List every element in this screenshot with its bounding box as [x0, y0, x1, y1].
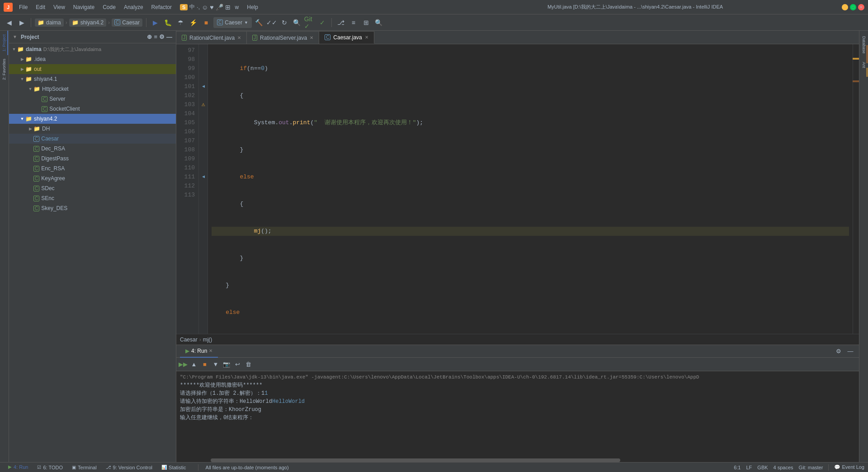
tree-item-idea[interactable]: ▶ 📁 .idea [9, 54, 176, 64]
tree-item-server[interactable]: ▶ C Server [9, 94, 176, 104]
menu-edit[interactable]: Edit [32, 2, 49, 12]
gutter-109 [199, 154, 208, 164]
vcs-bottom-tab[interactable]: ⎇ 9: Version Control [101, 461, 157, 472]
bottom-panel: ▶ 4: Run ✕ ⚙ — ▶▶ ▲ ■ ▼ 📷 ↩ 🗑 [176, 345, 859, 462]
toolbar-daima[interactable]: 📁daima [35, 19, 64, 27]
tree-item-out[interactable]: ▶ 📁 out [9, 64, 176, 74]
collapse-icon[interactable]: — [166, 33, 172, 40]
run-button[interactable]: ▶ [150, 17, 161, 28]
tab-rationalserver[interactable]: J RationalServer.java ✕ [247, 31, 319, 44]
forward-button[interactable]: ▶ [16, 17, 27, 28]
tree-item-caesar[interactable]: ▶ C Caesar [9, 134, 176, 144]
tree-item-keyagree[interactable]: ▶ C KeyAgree [9, 173, 176, 183]
tree-item-skeydes[interactable]: ▶ C Skey_DES [9, 203, 176, 213]
annotate-button[interactable]: ≡ [348, 17, 359, 28]
settings-icon[interactable]: ⚙ [159, 33, 165, 40]
tab-rationalclient[interactable]: J RationalClient.java ✕ [176, 31, 247, 44]
status-charset[interactable]: GBK [757, 465, 768, 470]
scope-icon[interactable]: ⊕ [147, 33, 152, 40]
menu-window[interactable]: w [231, 2, 243, 12]
tree-item-decrsa[interactable]: ▶ C Dec_RSA [9, 144, 176, 154]
status-lf[interactable]: LF [746, 465, 752, 470]
debug-button[interactable]: 🐛 [163, 17, 174, 28]
filter-icon[interactable]: ≡ [154, 33, 157, 40]
tree-item-httpsocket[interactable]: ▼ 📁 HttpSocket [9, 84, 176, 94]
wrap-btn[interactable]: ↩ [232, 360, 242, 369]
tree-item-socketclient[interactable]: ▶ C SocketClient [9, 104, 176, 114]
reload-button[interactable]: ↻ [279, 17, 290, 28]
menu-view[interactable]: View [50, 2, 69, 12]
git-check-button[interactable]: ✓ [317, 17, 328, 28]
code-content[interactable]: if(n==0) { System.out.print(" 谢谢使用本程序，欢迎… [208, 44, 853, 334]
settings-btn[interactable]: ⚙ [834, 346, 844, 356]
status-vcs[interactable]: Git: master [799, 465, 823, 470]
minimize-button[interactable]: － [842, 4, 848, 10]
menu-file[interactable]: File [15, 2, 31, 12]
gutter-112 [199, 182, 208, 191]
todo-bottom-tab[interactable]: ☑ 6: TODO [33, 461, 67, 472]
run-tab[interactable]: ▶ 4: Run ✕ [180, 345, 218, 358]
console-output[interactable]: "C:\Program Files\Java\jdk-13\bin\java.e… [176, 371, 859, 458]
breadcrumb-mj[interactable]: mj() [203, 336, 212, 343]
clear-btn[interactable]: 🗑 [243, 360, 253, 369]
status-right: 6:1 LF GBK 4 spaces Git: master 💬 Event … [734, 464, 864, 471]
tree-item-shiyan41[interactable]: ▼ 📁 shiyan4.1 [9, 74, 176, 84]
tab-close-rationalserver[interactable]: ✕ [310, 35, 313, 40]
favorites-tab[interactable]: 2: Favorites [1, 55, 8, 84]
tree-item-digestpass[interactable]: ▶ C DigestPass [9, 154, 176, 164]
menu-refactor[interactable]: Refactor [148, 2, 175, 12]
vcs-button[interactable]: ⎇ [335, 17, 346, 28]
maximize-button[interactable]: □ [850, 4, 856, 10]
tab-caesar[interactable]: C Caesar.java ✕ [319, 31, 374, 44]
tree-item-senc[interactable]: ▶ C SEnc [9, 193, 176, 203]
collapse-btn[interactable]: — [845, 346, 855, 356]
statistic-bottom-tab[interactable]: 📊 Statistic [157, 461, 191, 472]
stop-button[interactable]: ■ [201, 17, 212, 28]
git-ok-button[interactable]: Git ✓ [304, 17, 315, 28]
rerun-btn[interactable]: ▶▶ [178, 360, 188, 369]
menu-navigate[interactable]: Navigate [70, 2, 98, 12]
toolbar-caesar[interactable]: CCaesar [112, 19, 142, 27]
back-button[interactable]: ◀ [4, 17, 14, 28]
toolbar-sep-2 [146, 18, 146, 27]
tree-item-shiyan42[interactable]: ▼ 📁 shiyan4.2 [9, 114, 176, 124]
event-log[interactable]: 💬 Event Log [834, 464, 864, 470]
scroll-up-btn[interactable]: ▲ [189, 360, 199, 369]
status-indent[interactable]: 4 spaces [774, 465, 793, 470]
coverage-button[interactable]: ☂ [175, 17, 186, 28]
layout-button[interactable]: ⊞ [361, 17, 372, 28]
toolbar-shiyan[interactable]: 📁shiyan4.2 [69, 19, 106, 27]
code-line-104: } [212, 254, 849, 263]
run-tab-close[interactable]: ✕ [209, 348, 212, 353]
menu-help[interactable]: Help [243, 2, 262, 12]
build-button[interactable]: 🔨 [254, 17, 264, 28]
gutter-97 [199, 46, 208, 55]
menu-analyze[interactable]: Analyze [120, 2, 147, 12]
toolbar-sep-3 [331, 18, 332, 27]
profile-button[interactable]: ⚡ [188, 17, 199, 28]
tree-item-dh[interactable]: ▶ 📁 DH [9, 124, 176, 134]
run-bottom-tab[interactable]: ▶ 4: Run [4, 461, 33, 472]
console-line-1: ******欢迎使用凯撒密码****** [180, 381, 855, 389]
tree-item-encrsa[interactable]: ▶ C Enc_RSA [9, 164, 176, 173]
close-button[interactable]: ✕ [858, 4, 864, 10]
terminal-bottom-tab[interactable]: ▣ Terminal [67, 461, 101, 472]
tab-close-caesar[interactable]: ✕ [365, 35, 368, 40]
run-config-selector[interactable]: C Caeser ▼ [213, 17, 252, 28]
checkmarks-button[interactable]: ✓✓ [266, 17, 277, 28]
scroll-down-btn[interactable]: ▼ [211, 360, 221, 369]
status-sep2 [828, 464, 829, 471]
tree-item-daima[interactable]: ▼ 📁 daima D:\我的大二上\Java\daima [9, 44, 176, 54]
status-position[interactable]: 6:1 [734, 465, 741, 470]
status-message[interactable]: All files are up-to-date (moments ago) [206, 465, 731, 470]
tab-close-rationalclient[interactable]: ✕ [237, 35, 241, 40]
breadcrumb-caesar[interactable]: Caesar [180, 336, 198, 343]
search-button[interactable]: 🔍 [292, 17, 302, 28]
console-scrollbar[interactable] [176, 458, 859, 462]
snapshot-btn[interactable]: 📷 [222, 360, 231, 369]
stop-run-btn[interactable]: ■ [200, 360, 210, 369]
menu-code[interactable]: Code [99, 2, 119, 12]
tree-item-sdec[interactable]: ▶ C SDec [9, 183, 176, 193]
find-button[interactable]: 🔍 [373, 17, 384, 28]
project-tab[interactable]: 1: Project [1, 31, 8, 55]
